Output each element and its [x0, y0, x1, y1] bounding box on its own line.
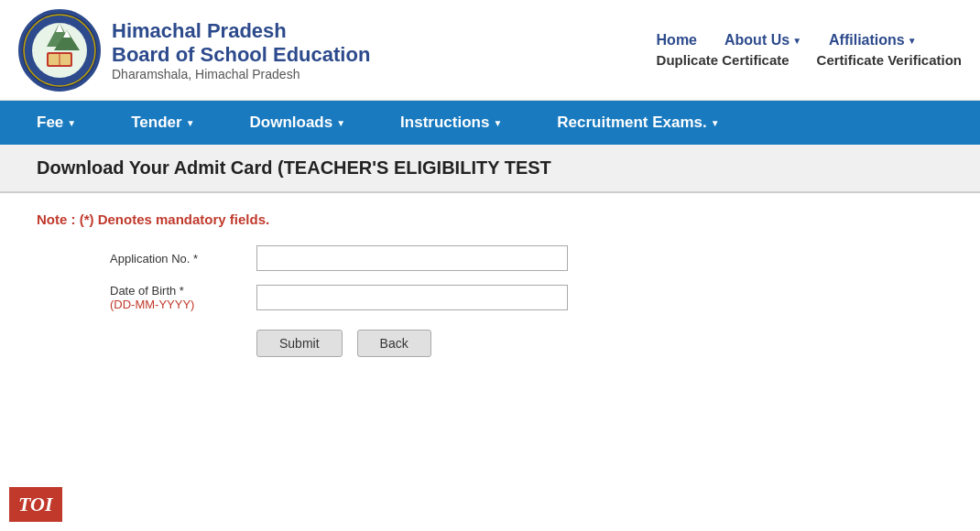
org-line1: Himachal Pradesh [112, 19, 370, 43]
nav-duplicate-cert[interactable]: Duplicate Certificate [657, 52, 789, 68]
blue-nav: Fee ▼ Tender ▼ Downloads ▼ Instructions … [0, 101, 980, 145]
org-line2: Board of School Education [112, 43, 370, 67]
back-button[interactable]: Back [357, 330, 431, 357]
app-no-input[interactable] [256, 245, 568, 271]
dob-label-container: Date of Birth * (DD-MM-YYYY) [110, 284, 256, 311]
top-nav-row2: Duplicate Certificate Certificate Verifi… [657, 52, 962, 68]
org-name: Himachal Pradesh Board of School Educati… [112, 19, 370, 81]
about-us-arrow: ▼ [792, 36, 801, 46]
logo-area: Himachal Pradesh Board of School Educati… [18, 9, 370, 92]
instructions-arrow: ▼ [493, 118, 502, 128]
nav-cert-verification[interactable]: Certificate Verification [817, 52, 962, 68]
dob-main-label: Date of Birth * [110, 284, 256, 298]
page-title: Download Your Admit Card (TEACHER'S ELIG… [37, 157, 551, 178]
page-title-bar: Download Your Admit Card (TEACHER'S ELIG… [0, 145, 980, 193]
submit-button[interactable]: Submit [256, 330, 343, 357]
tender-arrow: ▼ [186, 118, 195, 128]
blue-nav-fee[interactable]: Fee ▼ [37, 114, 76, 132]
recruitment-arrow: ▼ [711, 118, 720, 128]
blue-nav-tender[interactable]: Tender ▼ [131, 114, 194, 132]
dob-sub-label: (DD-MM-YYYY) [110, 298, 256, 311]
nav-affiliations[interactable]: Affiliations ▼ [829, 32, 917, 49]
nav-about-us[interactable]: About Us ▼ [724, 32, 801, 49]
affiliations-arrow: ▼ [908, 36, 917, 46]
dob-input[interactable] [256, 285, 568, 310]
blue-nav-instructions[interactable]: Instructions ▼ [400, 114, 502, 132]
fee-arrow: ▼ [67, 118, 76, 128]
app-no-row: Application No. * [110, 245, 943, 271]
logo-icon [18, 9, 101, 92]
note-text: Note : (*) Denotes mandatory fields. [37, 211, 943, 227]
main-content: Note : (*) Denotes mandatory fields. App… [0, 193, 980, 375]
form-area: Application No. * Date of Birth * (DD-MM… [110, 245, 943, 357]
blue-nav-recruitment[interactable]: Recruitment Exams. ▼ [557, 114, 719, 132]
dob-row: Date of Birth * (DD-MM-YYYY) [110, 284, 943, 311]
app-no-label: Application No. * [110, 252, 256, 266]
header: Himachal Pradesh Board of School Educati… [0, 0, 980, 101]
top-nav-row1: Home About Us ▼ Affiliations ▼ [657, 32, 962, 49]
blue-nav-downloads[interactable]: Downloads ▼ [250, 114, 346, 132]
btn-row: Submit Back [256, 330, 943, 357]
org-line3: Dharamshala, Himachal Pradesh [112, 67, 370, 81]
top-nav: Home About Us ▼ Affiliations ▼ Duplicate… [657, 32, 962, 68]
downloads-arrow: ▼ [336, 118, 345, 128]
toi-badge: TOI [9, 487, 62, 522]
nav-home[interactable]: Home [657, 32, 697, 49]
